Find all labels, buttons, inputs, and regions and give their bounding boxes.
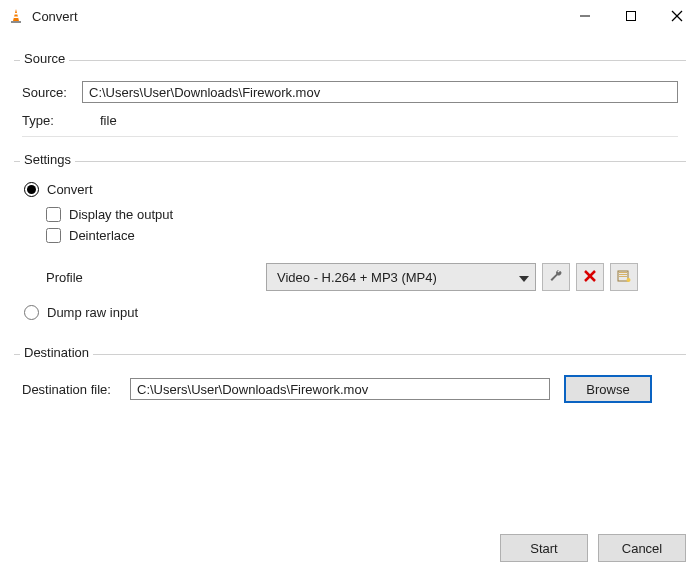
- profile-selected-value: Video - H.264 + MP3 (MP4): [277, 270, 437, 285]
- dump-raw-radio[interactable]: Dump raw input: [24, 305, 678, 320]
- new-profile-button[interactable]: [610, 263, 638, 291]
- svg-line-10: [585, 271, 595, 281]
- svg-line-7: [672, 11, 682, 21]
- maximize-button[interactable]: [608, 0, 654, 32]
- svg-rect-13: [619, 274, 627, 275]
- svg-rect-2: [14, 17, 19, 19]
- svg-line-6: [672, 11, 682, 21]
- svg-marker-8: [519, 276, 529, 282]
- wrench-icon: [548, 268, 564, 287]
- svg-rect-11: [618, 271, 628, 281]
- source-legend: Source: [20, 51, 69, 66]
- svg-rect-14: [619, 276, 627, 277]
- window-controls: [562, 0, 700, 32]
- svg-line-9: [585, 271, 595, 281]
- window-title: Convert: [32, 9, 78, 24]
- start-button[interactable]: Start: [500, 534, 588, 562]
- close-button[interactable]: [654, 0, 700, 32]
- source-label: Source:: [22, 85, 82, 100]
- edit-profile-button[interactable]: [542, 263, 570, 291]
- destination-input[interactable]: [130, 378, 550, 400]
- destination-group: Destination Destination file: Browse: [14, 354, 686, 415]
- dialog-footer: Start Cancel: [500, 534, 686, 562]
- destination-label: Destination file:: [22, 382, 130, 397]
- convert-radio-input[interactable]: [24, 182, 39, 197]
- titlebar: Convert: [0, 0, 700, 32]
- deinterlace-checkbox[interactable]: Deinterlace: [46, 228, 678, 243]
- x-red-icon: [583, 269, 597, 286]
- profile-label: Profile: [46, 270, 266, 285]
- profile-select[interactable]: Video - H.264 + MP3 (MP4): [266, 263, 536, 291]
- dump-raw-label: Dump raw input: [47, 305, 138, 320]
- deinterlace-label: Deinterlace: [69, 228, 135, 243]
- convert-radio[interactable]: Convert: [24, 182, 678, 197]
- browse-button[interactable]: Browse: [564, 375, 652, 403]
- svg-rect-12: [619, 272, 627, 273]
- delete-profile-button[interactable]: [576, 263, 604, 291]
- source-input[interactable]: [82, 81, 678, 103]
- svg-point-15: [627, 278, 631, 282]
- cancel-button[interactable]: Cancel: [598, 534, 686, 562]
- svg-rect-5: [627, 12, 636, 21]
- type-value: file: [100, 113, 117, 128]
- deinterlace-checkbox-input[interactable]: [46, 228, 61, 243]
- svg-rect-1: [14, 13, 18, 15]
- vlc-cone-icon: [8, 8, 24, 24]
- settings-group: Settings Convert Display the output Dein…: [14, 161, 686, 336]
- display-output-checkbox-input[interactable]: [46, 207, 61, 222]
- svg-marker-0: [13, 9, 19, 21]
- destination-legend: Destination: [20, 345, 93, 360]
- display-output-label: Display the output: [69, 207, 173, 222]
- new-profile-icon: [616, 268, 632, 287]
- minimize-button[interactable]: [562, 0, 608, 32]
- chevron-down-icon: [519, 270, 529, 285]
- source-group: Source Source: Type: file: [14, 60, 686, 143]
- dump-raw-radio-input[interactable]: [24, 305, 39, 320]
- svg-rect-3: [11, 21, 21, 23]
- convert-radio-label: Convert: [47, 182, 93, 197]
- type-label: Type:: [22, 113, 82, 128]
- settings-legend: Settings: [20, 152, 75, 167]
- display-output-checkbox[interactable]: Display the output: [46, 207, 678, 222]
